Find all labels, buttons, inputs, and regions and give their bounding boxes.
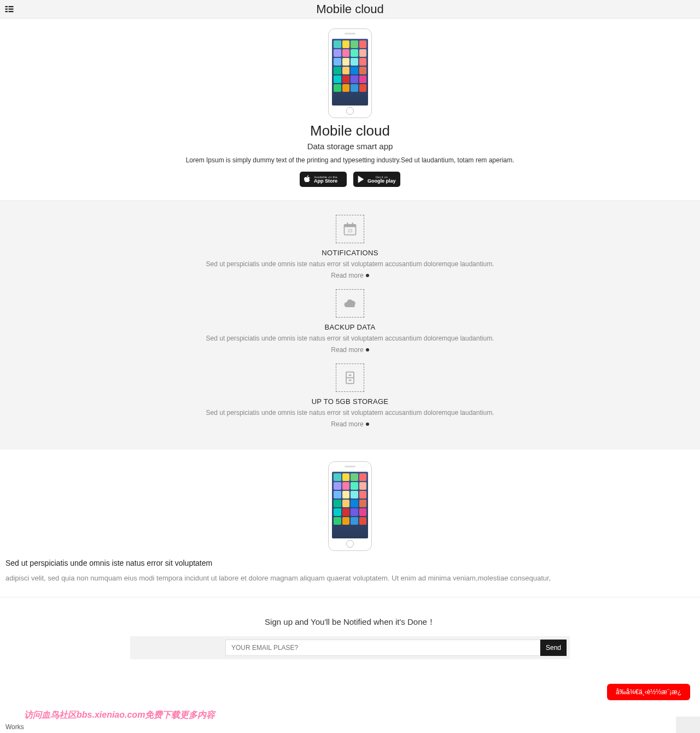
detail-title: Sed ut perspiciatis unde omnis iste natu… <box>5 559 695 567</box>
send-button[interactable]: Send <box>540 640 567 656</box>
feature-desc: Sed ut perspiciatis unde omnis iste natu… <box>0 335 700 342</box>
svg-rect-8 <box>347 222 348 226</box>
header-bar: Mobile cloud <box>0 0 700 19</box>
svg-rect-2 <box>5 9 8 10</box>
feature-title: UP TO 5GB STORAGE <box>0 397 700 406</box>
svg-rect-0 <box>5 6 8 7</box>
menu-button[interactable] <box>4 4 14 16</box>
svg-rect-5 <box>9 11 14 12</box>
header-title: Mobile cloud <box>316 2 384 16</box>
svg-text:23: 23 <box>347 228 353 233</box>
signup-form: Send <box>130 636 570 659</box>
calendar-icon: 23 <box>342 221 358 237</box>
feature-notifications: 23 NOTIFICATIONS Sed ut perspiciatis und… <box>0 215 700 279</box>
google-play-button[interactable]: Get it onGoogle play <box>353 172 400 187</box>
read-more-link[interactable]: Read more <box>331 420 369 428</box>
feature-backup: BACKUP DATA Sed ut perspiciatis unde omn… <box>0 289 700 354</box>
hero-title: Mobile cloud <box>0 122 700 139</box>
svg-rect-4 <box>5 11 8 12</box>
read-more-link[interactable]: Read more <box>331 272 369 279</box>
storage-icon-box <box>336 363 364 392</box>
cloud-icon-box <box>336 289 364 318</box>
feature-title: NOTIFICATIONS <box>0 249 700 257</box>
signup-title: Sign up and You'll be Notified when it's… <box>0 617 700 628</box>
email-input[interactable] <box>225 640 540 656</box>
hero-desc: Lorem Ipsum is simply dummy text of the … <box>0 156 700 164</box>
feature-desc: Sed ut perspiciatis unde omnis iste natu… <box>0 260 700 268</box>
phone-mockup <box>328 461 372 551</box>
cloud-icon <box>342 296 358 311</box>
app-store-button[interactable]: Available on theApp Store <box>300 172 347 187</box>
apple-icon <box>303 175 312 184</box>
arrow-dot-icon <box>366 423 369 426</box>
phone-mockup <box>328 28 372 118</box>
play-icon <box>357 175 365 184</box>
hero-section: Mobile cloud Data storage smart app Lore… <box>0 19 700 200</box>
features-section: 23 NOTIFICATIONS Sed ut perspiciatis und… <box>0 200 700 449</box>
feature-desc: Sed ut perspiciatis unde omnis iste natu… <box>0 409 700 417</box>
svg-rect-13 <box>349 374 352 376</box>
calendar-icon-box: 23 <box>336 215 364 243</box>
signup-section: Sign up and You'll be Notified when it's… <box>0 597 700 670</box>
svg-rect-1 <box>9 6 14 7</box>
arrow-dot-icon <box>366 274 369 277</box>
hero-subtitle: Data storage smart app <box>0 142 700 151</box>
detail-desc: adipisci velit, sed quia non numquam eiu… <box>5 573 695 584</box>
svg-rect-9 <box>352 222 353 226</box>
read-more-link[interactable]: Read more <box>331 346 369 354</box>
svg-rect-7 <box>345 225 356 227</box>
feature-title: BACKUP DATA <box>0 323 700 331</box>
svg-rect-14 <box>349 380 352 381</box>
detail-section: Sed ut perspiciatis unde omnis iste natu… <box>0 449 700 597</box>
storage-icon <box>342 370 358 385</box>
svg-rect-3 <box>9 9 14 10</box>
feature-storage: UP TO 5GB STORAGE Sed ut perspiciatis un… <box>0 363 700 428</box>
arrow-dot-icon <box>366 348 369 351</box>
hamburger-icon <box>4 4 14 14</box>
